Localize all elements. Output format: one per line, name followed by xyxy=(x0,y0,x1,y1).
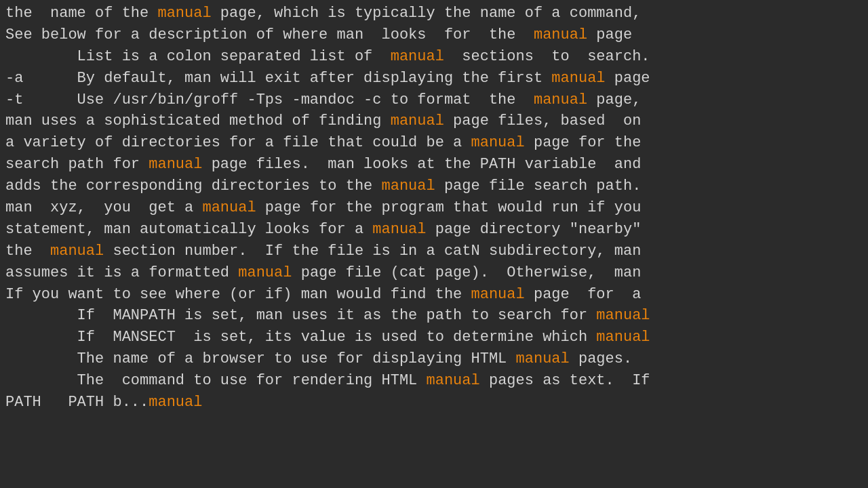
manual-keyword: manual xyxy=(238,264,292,281)
text-line: a variety of directories for a file that… xyxy=(5,132,863,154)
manual-keyword: manual xyxy=(551,70,605,87)
text-line: If you want to see where (or if) man wou… xyxy=(5,284,863,306)
manual-keyword: manual xyxy=(202,199,256,216)
plain-text: The command to use for rendering HTML xyxy=(5,372,427,389)
plain-text: List is a colon separated list of xyxy=(5,48,391,65)
manual-keyword: manual xyxy=(534,26,587,43)
text-line: the manual section number. If the file i… xyxy=(5,241,863,262)
plain-text: adds the corresponding directories to th… xyxy=(5,178,382,195)
plain-text: The name of a browser to use for display… xyxy=(5,350,516,367)
text-line: If MANPATH is set, man uses it as the pa… xyxy=(5,305,863,327)
plain-text: page file search path. xyxy=(435,178,642,195)
manual-keyword: manual xyxy=(149,156,202,173)
plain-text: the xyxy=(5,243,50,260)
plain-text: search path for xyxy=(5,156,149,173)
text-line: man xyz, you get a manual page for the p… xyxy=(5,197,863,219)
text-line: The name of a browser to use for display… xyxy=(5,348,863,370)
plain-text: page, which is typically the name of a c… xyxy=(212,5,642,22)
plain-text: the name of the xyxy=(5,5,157,22)
manual-keyword: manual xyxy=(534,92,587,108)
plain-text: -t Use /usr/bin/groff -Tps -mandoc -c to… xyxy=(5,92,534,108)
text-line: List is a colon separated list of manual… xyxy=(5,46,863,68)
plain-text: page files. man looks at the PATH variab… xyxy=(202,156,641,173)
text-line: The command to use for rendering HTML ma… xyxy=(5,370,863,392)
manual-keyword: manual xyxy=(596,307,650,324)
manual-keyword: manual xyxy=(427,372,480,389)
manual-keyword: manual xyxy=(516,350,570,367)
plain-text: If you want to see where (or if) man wou… xyxy=(5,286,471,303)
text-line: See below for a description of where man… xyxy=(5,24,863,46)
plain-text: statement, man automatically looks for a xyxy=(5,221,372,238)
plain-text: section number. If the file is in a catN… xyxy=(104,243,641,260)
plain-text: page, xyxy=(587,92,641,108)
plain-text: pages. xyxy=(570,350,632,367)
manual-keyword: manual xyxy=(471,286,525,303)
manual-page-content: the name of the manual page, which is ty… xyxy=(0,3,868,413)
text-line: the name of the manual page, which is ty… xyxy=(5,3,863,24)
plain-text: page files, based on xyxy=(444,113,641,129)
plain-text: page for the xyxy=(525,134,642,151)
manual-keyword: manual xyxy=(391,113,444,129)
plain-text: sections to search. xyxy=(444,48,650,65)
plain-text: pages as text. If xyxy=(480,372,650,389)
plain-text: See below for a description of where man… xyxy=(5,26,534,43)
plain-text: man uses a sophisticated method of findi… xyxy=(5,113,391,129)
plain-text: page directory "nearby" xyxy=(427,221,642,238)
text-line: PATH PATH b...manual xyxy=(5,392,863,413)
plain-text: page for a xyxy=(525,286,642,303)
manual-keyword: manual xyxy=(391,48,444,65)
plain-text: man xyz, you get a xyxy=(5,199,202,216)
plain-text: a variety of directories for a file that… xyxy=(5,134,471,151)
plain-text: assumes it is a formatted xyxy=(5,264,238,281)
manual-keyword: manual xyxy=(596,329,650,346)
manual-keyword: manual xyxy=(382,178,435,195)
text-line: assumes it is a formatted manual page fi… xyxy=(5,262,863,284)
plain-text: page xyxy=(606,70,650,87)
manual-keyword: manual xyxy=(50,243,104,260)
plain-text: page xyxy=(587,26,632,43)
plain-text: -a By default, man will exit after displ… xyxy=(5,70,551,87)
plain-text: page file (cat page). Otherwise, man xyxy=(292,264,641,281)
manual-keyword: manual xyxy=(372,221,426,238)
plain-text: If MANSECT is set, its value is used to … xyxy=(5,329,596,346)
text-line: adds the corresponding directories to th… xyxy=(5,176,863,197)
text-line: -t Use /usr/bin/groff -Tps -mandoc -c to… xyxy=(5,89,863,111)
plain-text: If MANPATH is set, man uses it as the pa… xyxy=(5,307,596,324)
text-line: statement, man automatically looks for a… xyxy=(5,219,863,241)
plain-text: PATH PATH b... xyxy=(5,394,149,411)
text-line: If MANSECT is set, its value is used to … xyxy=(5,327,863,348)
plain-text: page for the program that would run if y… xyxy=(256,199,642,216)
manual-keyword: manual xyxy=(471,134,525,151)
text-line: -a By default, man will exit after displ… xyxy=(5,68,863,89)
manual-keyword: manual xyxy=(157,5,211,22)
text-line: search path for manual page files. man l… xyxy=(5,154,863,176)
text-line: man uses a sophisticated method of findi… xyxy=(5,110,863,132)
manual-keyword: manual xyxy=(149,394,202,411)
